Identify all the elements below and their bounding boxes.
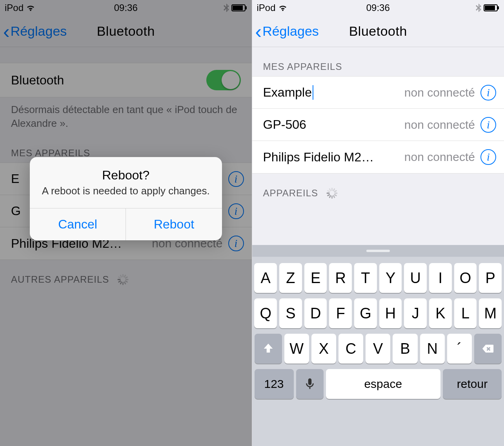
key-o[interactable]: O	[454, 263, 477, 293]
key-n[interactable]: N	[420, 334, 445, 364]
key-z[interactable]: Z	[279, 263, 302, 293]
numbers-key[interactable]: 123	[255, 369, 294, 399]
key-´[interactable]: ´	[447, 334, 472, 364]
key-k[interactable]: K	[429, 298, 452, 328]
key-a[interactable]: A	[254, 263, 277, 293]
key-m[interactable]: M	[479, 298, 502, 328]
key-s[interactable]: S	[279, 298, 302, 328]
mic-key[interactable]	[296, 369, 324, 399]
key-y[interactable]: Y	[379, 263, 402, 293]
screen-left: iPod 09:36 ‹	[0, 0, 252, 446]
appareils-header: APPAREILS	[252, 174, 504, 203]
key-f[interactable]: F	[329, 298, 352, 328]
key-e[interactable]: E	[304, 263, 327, 293]
my-devices-list: Example non connecté i GP-506 non connec…	[252, 76, 504, 174]
nav-bar: ‹ Réglages Bluetooth	[252, 16, 504, 47]
shift-key[interactable]	[255, 334, 282, 364]
svg-rect-4	[485, 5, 495, 10]
key-h[interactable]: H	[379, 298, 402, 328]
clock: 09:36	[252, 2, 504, 13]
device-status: non connecté	[404, 86, 475, 99]
key-q[interactable]: Q	[254, 298, 277, 328]
alert-message: A reboot is needed to apply changes.	[30, 185, 222, 208]
reboot-button[interactable]: Reboot	[126, 208, 222, 240]
spinner-icon	[326, 188, 337, 199]
key-c[interactable]: C	[338, 334, 363, 364]
device-name: GP-506	[263, 117, 404, 132]
backspace-key[interactable]	[474, 334, 502, 364]
device-name: Philips Fidelio M2…	[263, 150, 404, 165]
key-g[interactable]: G	[354, 298, 377, 328]
reboot-alert: Reboot? A reboot is needed to apply chan…	[30, 157, 222, 240]
keyboard: AZERTYUIOP QSDFGHJKLM WXCVBN´ 123	[252, 245, 504, 446]
key-d[interactable]: D	[304, 298, 327, 328]
keyboard-handle[interactable]	[252, 245, 504, 257]
key-v[interactable]: V	[366, 334, 390, 364]
key-u[interactable]: U	[404, 263, 427, 293]
back-label: Réglages	[262, 24, 319, 39]
key-r[interactable]: R	[329, 263, 352, 293]
key-w[interactable]: W	[284, 334, 309, 364]
status-bar: iPod 09:36	[252, 0, 504, 16]
device-status: non connecté	[404, 150, 475, 164]
chevron-left-icon: ‹	[255, 22, 262, 41]
my-devices-header: MES APPAREILS	[252, 47, 504, 76]
key-x[interactable]: X	[311, 334, 336, 364]
screen-right: iPod 09:36 ‹ Réglages Bluetooth	[252, 0, 504, 446]
svg-rect-5	[498, 6, 499, 9]
key-t[interactable]: T	[354, 263, 377, 293]
device-status: non connecté	[404, 118, 475, 132]
wifi-icon	[278, 4, 287, 12]
key-i[interactable]: I	[429, 263, 452, 293]
return-key[interactable]: retour	[443, 369, 502, 399]
key-l[interactable]: L	[454, 298, 477, 328]
bluetooth-icon	[476, 4, 481, 12]
cancel-button[interactable]: Cancel	[30, 208, 126, 240]
carrier-label: iPod	[257, 2, 276, 13]
key-b[interactable]: B	[393, 334, 417, 364]
device-row[interactable]: GP-506 non connecté i	[252, 109, 504, 141]
key-p[interactable]: P	[479, 263, 502, 293]
info-icon[interactable]: i	[480, 149, 496, 165]
appareils-label: APPAREILS	[263, 188, 318, 199]
battery-icon	[484, 4, 499, 11]
back-button[interactable]: ‹ Réglages	[252, 22, 319, 41]
alert-title: Reboot?	[30, 157, 222, 185]
info-icon[interactable]: i	[480, 117, 496, 133]
device-name-input[interactable]: Example	[263, 85, 404, 100]
device-row[interactable]: Philips Fidelio M2… non connecté i	[252, 141, 504, 173]
space-key[interactable]: espace	[326, 369, 441, 399]
device-row[interactable]: Example non connecté i	[252, 77, 504, 109]
info-icon[interactable]: i	[480, 85, 496, 101]
key-j[interactable]: J	[404, 298, 427, 328]
